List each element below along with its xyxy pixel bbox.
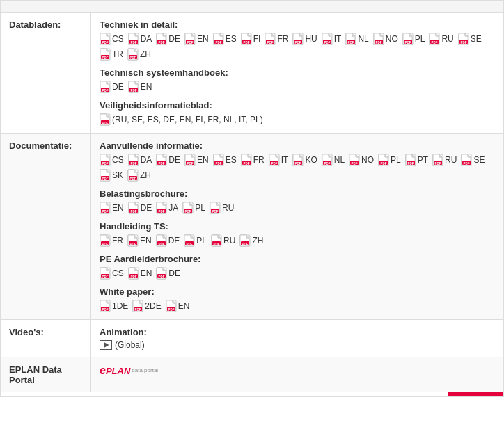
row-label-eplan: EPLAN Data Portal <box>1 357 91 392</box>
pdf-link-IT[interactable]: PDF IT <box>269 154 289 166</box>
svg-text:PDF: PDF <box>130 243 136 246</box>
pdf-link-SE[interactable]: PDF SE <box>461 154 485 166</box>
pdf-link-label: RU <box>223 236 235 245</box>
pdf-link-EN[interactable]: PDF EN <box>184 33 209 45</box>
pdf-link-EN[interactable]: PDF EN <box>184 154 209 166</box>
pdf-link-CS[interactable]: PDF CS <box>100 267 124 280</box>
pdf-icon: PDF <box>100 33 111 45</box>
pdf-link-NO[interactable]: PDF NO <box>373 33 398 45</box>
pdf-group-veiligheidsinformatieblad[interactable]: PDF (RU, SE, ES, DE, EN, FI, FR, NL, IT,… <box>100 113 263 126</box>
video-link[interactable]: (Global) <box>100 340 145 350</box>
pdf-link-PL[interactable]: PDF PL <box>182 202 205 214</box>
section-header <box>1 1 503 13</box>
pdf-link-FR[interactable]: PDF FR <box>241 154 265 166</box>
pdf-link-label: PL <box>391 155 401 165</box>
row-content-eplan: ePLAN data portal <box>91 357 503 392</box>
svg-text:PDF: PDF <box>102 56 109 60</box>
eplan-logo-container[interactable]: ePLAN data portal <box>100 364 158 377</box>
svg-text:PDF: PDF <box>242 243 249 246</box>
subsection-title-pe-aardleiderbrochure: PE Aardleiderbrochure: <box>100 254 495 264</box>
pdf-link-1DE[interactable]: PDF 1DE <box>100 300 128 312</box>
pdf-link-label: DE <box>168 34 180 44</box>
pdf-link-RU[interactable]: PDF RU <box>210 202 234 214</box>
pdf-link-NO[interactable]: PDF NO <box>349 154 374 166</box>
subsection-title-techniek-in-detail: Techniek in detail: <box>100 19 495 30</box>
pdf-link-SE[interactable]: PDF SE <box>458 33 482 45</box>
pdf-link-FR[interactable]: PDF FR <box>265 33 288 45</box>
subsection-white-paper: White paper: PDF 1DE PDF 2DE PDF EN <box>100 287 495 312</box>
pdf-link-EN[interactable]: PDF EN <box>166 300 190 312</box>
pdf-link-label: EN <box>197 155 209 165</box>
svg-text:PDF: PDF <box>295 41 301 45</box>
pdf-link-NL[interactable]: PDF NL <box>322 154 345 166</box>
pdf-link-PT[interactable]: PDF PT <box>405 154 428 166</box>
pdf-link-label: NL <box>358 34 368 44</box>
pdf-link-CS[interactable]: PDF CS <box>100 33 124 45</box>
pdf-link-NL[interactable]: PDF NL <box>345 33 368 45</box>
pdf-link-label: SE <box>471 34 482 44</box>
pdf-link-RU[interactable]: PDF RU <box>211 234 235 247</box>
pdf-link-label: DE <box>141 203 152 213</box>
pdf-link-KO[interactable]: PDF KO <box>292 154 317 166</box>
eplan-logo: ePLAN data portal <box>100 364 158 377</box>
pdf-link-2DE[interactable]: PDF 2DE <box>132 300 161 312</box>
pdf-link-HU[interactable]: PDF HU <box>292 33 317 45</box>
svg-text:PDF: PDF <box>352 162 358 166</box>
svg-text:PDF: PDF <box>324 41 330 45</box>
pdf-link-label: NO <box>361 155 374 165</box>
pdf-icon: PDF <box>269 154 280 166</box>
pdf-link-IT[interactable]: PDF IT <box>322 33 342 45</box>
pdf-link-ES[interactable]: PDF ES <box>213 33 237 45</box>
pdf-link-DE[interactable]: PDF DE <box>156 234 180 247</box>
pdf-link-DA[interactable]: PDF DA <box>128 33 152 45</box>
pdf-link-EN[interactable]: PDF EN <box>100 202 124 214</box>
pdf-link-DE[interactable]: PDF DE <box>156 154 180 166</box>
pdf-link-EN[interactable]: PDF EN <box>128 267 152 280</box>
pdf-link-DE[interactable]: PDF DE <box>100 81 124 93</box>
pdf-link-label: ZH <box>252 236 263 245</box>
pdf-link-label: EN <box>112 203 124 213</box>
links-row-veiligheidsinformatieblad: PDF (RU, SE, ES, DE, EN, FI, FR, NL, IT,… <box>100 113 495 126</box>
pdf-link-label: PL <box>195 203 205 213</box>
pdf-link-RU[interactable]: PDF RU <box>432 154 457 166</box>
pdf-link-ZH[interactable]: PDF ZH <box>239 234 263 247</box>
pdf-link-JA[interactable]: PDF JA <box>156 202 178 214</box>
svg-text:PDF: PDF <box>271 162 277 166</box>
svg-text:PDF: PDF <box>102 122 109 125</box>
pdf-icon: PDF <box>349 154 360 166</box>
pdf-link-EN[interactable]: PDF EN <box>128 81 152 93</box>
pdf-link-label: CS <box>112 155 124 165</box>
pdf-link-RU[interactable]: PDF RU <box>429 33 453 45</box>
pdf-link-ZH[interactable]: PDF ZH <box>127 169 151 182</box>
pdf-link-DA[interactable]: PDF DA <box>128 154 152 166</box>
pdf-link-SK[interactable]: PDF SK <box>100 169 123 182</box>
pdf-link-FI[interactable]: PDF FI <box>241 33 261 45</box>
pdf-link-PL[interactable]: PDF PL <box>378 154 401 166</box>
pdf-icon: PDF <box>265 33 276 45</box>
pdf-link-label: KO <box>305 155 317 165</box>
pdf-link-PL[interactable]: PDF PL <box>184 234 207 247</box>
pdf-link-FR[interactable]: PDF FR <box>100 234 123 247</box>
svg-text:PDF: PDF <box>168 308 174 312</box>
pdf-link-ES[interactable]: PDF ES <box>213 154 237 166</box>
pdf-link-EN[interactable]: PDF EN <box>127 234 152 247</box>
pdf-link-ZH[interactable]: PDF ZH <box>127 48 151 61</box>
pdf-icon: PDF <box>100 169 111 182</box>
pdf-link-label: NO <box>386 34 398 44</box>
svg-text:PDF: PDF <box>130 41 136 45</box>
links-row-technisch-systeemhandboek: PDF DE PDF EN <box>100 81 495 93</box>
video-icon <box>100 340 112 350</box>
pdf-link-PL[interactable]: PDF PL <box>402 33 425 45</box>
pdf-link-DE[interactable]: PDF DE <box>128 202 152 214</box>
pdf-link-DE[interactable]: PDF DE <box>156 267 180 280</box>
pdf-icon: PDF <box>322 154 333 166</box>
pdf-icon: PDF <box>132 300 143 312</box>
row-label-videos: Video's: <box>1 320 91 357</box>
pdf-link-TR[interactable]: PDF TR <box>100 48 123 61</box>
pdf-icon: PDF <box>156 202 167 214</box>
pdf-icon: PDF <box>100 113 111 126</box>
svg-text:PDF: PDF <box>130 210 136 214</box>
svg-text:PDF: PDF <box>102 41 109 45</box>
pdf-link-CS[interactable]: PDF CS <box>100 154 124 166</box>
pdf-link-DE[interactable]: PDF DE <box>156 33 180 45</box>
